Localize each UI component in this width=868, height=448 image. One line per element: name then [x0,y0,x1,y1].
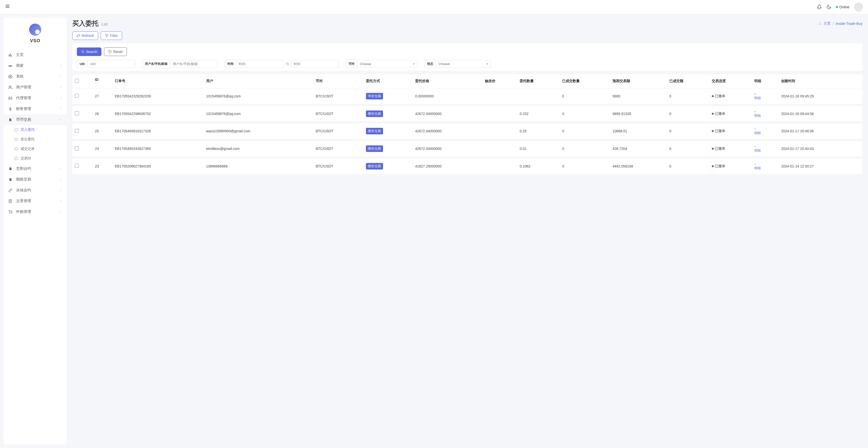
sidebar-item[interactable]: 申购管理 [3,206,67,217]
sidebar-item[interactable]: 系统 [3,71,67,82]
cell-filled-amt: 0 [667,105,709,123]
th-pair[interactable]: 币对 [313,74,364,88]
breadcrumb-home[interactable]: 主页 [824,21,831,26]
sidebar-subitem[interactable]: 买入委托 [3,125,67,135]
status-dot-icon [712,95,714,97]
cell-filled-amt: 0 [667,140,709,157]
chart-icon [8,53,12,57]
cell-order-type: 限价交易 [364,157,413,175]
cell-price: 42672.04000000 [413,140,483,157]
theme-toggle-icon[interactable] [826,4,831,9]
status-select-value: Choose [438,62,450,66]
row-checkbox[interactable] [75,164,79,168]
th-order-type[interactable]: 委托方式 [364,74,413,88]
status-text: 已撤单 [715,129,725,133]
cell-price: 42672.04000000 [413,105,483,123]
notifications-icon[interactable] [817,4,822,9]
cart-icon [8,210,12,214]
menu-toggle-icon[interactable] [5,4,10,10]
row-checkbox[interactable] [75,129,79,133]
chevron-right-icon [59,210,62,214]
cell-order-no: EB1705542298638702 [112,105,204,123]
svg-point-20 [820,22,821,23]
detail-link[interactable]: »明细 [754,127,776,135]
sidebar-subitem-label: 买入委托 [21,128,35,132]
sidebar-item[interactable]: 永续合约 [3,185,67,196]
sidebar-item[interactable]: 币币交易 [3,114,67,125]
detail-link[interactable]: »明细 [754,92,776,100]
chevron-right-icon: » [754,145,756,148]
detail-link[interactable]: »明细 [754,162,776,170]
th-status[interactable]: 交易进度 [709,74,752,88]
time-from-input[interactable] [236,60,284,68]
th-price[interactable]: 委托价格 [413,74,483,88]
th-detail[interactable]: 明细 [752,74,779,88]
cell-filled-amt: 0 [667,88,709,105]
th-order-no[interactable]: 订单号 [112,74,204,88]
pair-select[interactable]: Choose ▾ [357,60,417,68]
cell-created: 2024-01-18 09:44:58 [779,105,863,123]
sidebar-item[interactable]: 财务管理 [3,103,67,114]
sidebar-item[interactable]: 文章管理 [3,196,67,206]
row-checkbox[interactable] [75,94,79,98]
sidebar-item[interactable]: 用户管理 [3,82,67,93]
reset-button[interactable]: Reset [104,47,127,56]
cell-user: wanzi19990909@gmail.com [204,122,313,140]
svg-point-23 [82,51,84,53]
sidebar-subitem[interactable]: 交易对 [3,154,67,163]
uid-input[interactable] [87,60,135,68]
chevron-right-icon [59,167,62,171]
avatar[interactable] [854,2,863,11]
cell-filled-amt: 0 [667,122,709,140]
row-checkbox[interactable] [75,111,79,115]
th-id[interactable]: ID ↑ [92,74,112,88]
th-trigger[interactable]: 触发价 [483,74,517,88]
th-user[interactable]: 用户 [204,74,313,88]
breadcrumb-current[interactable]: Inside-Trade-Buy [836,22,863,26]
cell-order-type: 市价交易 [364,88,413,105]
cell-trigger [483,140,517,157]
status-dot-icon [836,6,838,8]
detail-link[interactable]: »明细 [754,145,776,153]
th-created[interactable]: 创建时间 [779,74,863,88]
cell-user: 1015499876@qq.com [204,105,313,123]
cell-pair: BTC/USDT [313,122,364,140]
sidebar-subitem[interactable]: 卖出委托 [3,135,67,144]
cell-filled-qty: 0 [560,88,610,105]
th-filled-amt[interactable]: 已成交额 [667,74,709,88]
btc-icon [8,178,12,182]
sidebar-item[interactable]: 交割合约 [3,163,67,174]
gear-icon [8,74,12,78]
th-qty[interactable]: 委托数量 [517,74,560,88]
sidebar-item-label: 商家 [16,63,56,68]
status-select[interactable]: Choose ▾ [436,60,491,68]
cell-order-type: 限价交易 [364,140,413,157]
sidebar-item[interactable]: 代理管理 [3,93,67,103]
order-type-badge: 限价交易 [366,163,383,169]
circle-icon [14,138,18,141]
detail-link[interactable]: »明细 [754,109,776,118]
search-button[interactable]: Search [77,47,101,56]
svg-point-18 [11,213,12,214]
search-label: Search [86,50,97,54]
cell-order-no: EB1705495243927365 [112,140,204,157]
cell-price: 0.00000000 [413,88,483,105]
th-filled-qty[interactable]: 已成交数量 [560,74,610,88]
time-to-input[interactable] [291,60,339,68]
th-expected[interactable]: 预期交易额 [610,74,667,88]
refresh-button[interactable]: Refresh [72,31,98,40]
status-text: 已撤单 [715,94,725,98]
svg-rect-4 [10,54,11,57]
search-icon [81,50,85,54]
filter-button[interactable]: Filter [101,31,122,40]
sidebar-item[interactable]: 期权交易 [3,174,67,185]
row-checkbox[interactable] [75,147,79,151]
sidebar-item[interactable]: 主页 [3,50,67,60]
main-content: 买入委托 List 主页 / Inside-Trade-Buy Refresh [67,14,868,448]
status-dot-icon [712,113,714,115]
sidebar-subitem[interactable]: 成交记录 [3,144,67,154]
sidebar-item-label: 期权交易 [16,177,56,182]
user-input[interactable] [170,60,218,68]
sidebar-item[interactable]: 商家 [3,60,67,71]
select-all-checkbox[interactable] [75,79,79,83]
